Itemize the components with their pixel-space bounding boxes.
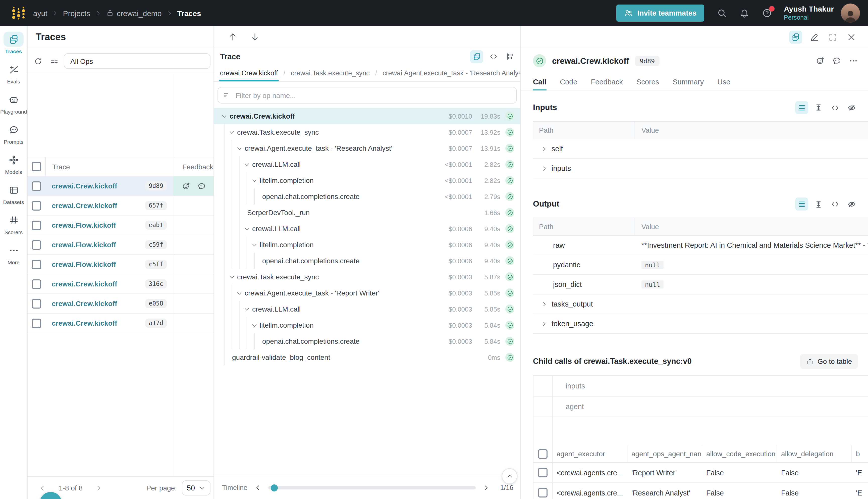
tab-code[interactable]: Code (560, 73, 577, 90)
timeline-next-icon[interactable] (482, 484, 490, 491)
sidebar-item-playground[interactable]: Playground (0, 92, 27, 114)
code-view-button[interactable] (828, 101, 841, 114)
tab-call[interactable]: Call (533, 73, 546, 90)
column-header-b[interactable]: b (852, 445, 868, 462)
table-row[interactable]: crewai.Crew.kickoff316c (28, 275, 213, 294)
fullscreen-button[interactable] (826, 31, 839, 44)
table-row[interactable]: crewai.Flow.kickoffc5ff (28, 255, 213, 275)
column-header-agent_ops_agent_nan[interactable]: agent_ops_agent_nan (628, 445, 702, 462)
flame-view-button[interactable] (503, 50, 516, 63)
op-filter-select[interactable]: All Ops (64, 53, 210, 69)
call-tree-row[interactable]: openai.chat.completions.create$0.00035.8… (214, 333, 520, 349)
call-tree-row[interactable]: crewai.LLM.call$0.00069.40s (214, 221, 520, 237)
kv-path[interactable]: tasks_output (533, 300, 634, 308)
add-reaction-icon[interactable] (816, 56, 825, 65)
expand-rows-button[interactable] (812, 101, 825, 114)
call-tree-row[interactable]: litellm.completion$0.00035.84s (214, 317, 520, 333)
trace-name-link[interactable]: crewai.Crew.kickoff (52, 319, 117, 327)
call-tree-row[interactable]: crewai.LLM.call$0.00035.85s (214, 301, 520, 317)
tab-use[interactable]: Use (717, 73, 730, 90)
call-tree-row[interactable]: openai.chat.completions.create<$0.00012.… (214, 188, 520, 205)
trace-name-link[interactable]: crewai.Crew.kickoff (52, 300, 117, 307)
call-id-badge[interactable]: 9d89 (635, 56, 659, 66)
row-checkbox[interactable] (538, 488, 547, 498)
bell-icon[interactable] (739, 8, 749, 18)
trace-crumb-tab[interactable]: crewai.Crew.kickoff (219, 65, 279, 82)
call-tree-row[interactable]: openai.chat.completions.create$0.00069.4… (214, 253, 520, 269)
kv-path[interactable]: self (533, 145, 634, 153)
trace-crumb-tab[interactable]: crewai.Agent.execute_task - 'Research An… (382, 65, 520, 82)
trace-name-link[interactable]: crewai.Flow.kickoff (52, 260, 116, 268)
wandb-logo-icon[interactable] (11, 5, 26, 21)
help-button[interactable] (762, 8, 772, 18)
sidebar-item-prompts[interactable]: Prompts (0, 122, 27, 145)
prev-trace-button[interactable] (226, 31, 239, 44)
sidebar-item-datasets[interactable]: Datasets (0, 182, 27, 205)
list-view-button[interactable] (795, 101, 808, 114)
row-checkbox[interactable] (32, 279, 41, 289)
breadcrumb-item-Traces[interactable]: Traces (177, 9, 201, 17)
tab-feedback[interactable]: Feedback (591, 73, 623, 90)
sidebar-item-more[interactable]: More (0, 243, 27, 265)
code-view-button[interactable] (828, 197, 841, 210)
kv-path[interactable]: token_usage (533, 320, 634, 328)
call-tree-row[interactable]: crewai.Task.execute_sync$0.000713.92s (214, 124, 520, 140)
add-reaction-icon[interactable] (182, 182, 190, 190)
op-name-filter-input[interactable] (235, 91, 511, 100)
collapse-timeline-button[interactable] (502, 468, 517, 484)
select-all-checkbox[interactable] (538, 449, 547, 459)
timeline-prev-icon[interactable] (254, 484, 261, 491)
child-call-row[interactable]: <crewai.agents.cre...'Report Writer'Fals… (533, 463, 868, 483)
column-header-allow_delegation[interactable]: allow_delegation (777, 445, 852, 462)
close-panel-button[interactable] (845, 31, 858, 44)
table-row[interactable]: crewai.Flow.kickoffeab1 (28, 216, 213, 235)
hide-button[interactable] (845, 101, 858, 114)
row-checkbox[interactable] (538, 468, 547, 477)
user-menu[interactable]: Ayush Thakur Personal (784, 4, 834, 22)
call-tree-row[interactable]: SerperDevTool._run1.66s (214, 205, 520, 221)
overflow-menu-icon[interactable] (849, 56, 858, 65)
table-row[interactable]: crewai.Crew.kickoffe058 (28, 294, 213, 314)
sidebar-item-scorers[interactable]: Scorers (0, 212, 27, 235)
call-tree-row[interactable]: litellm.completion$0.00069.40s (214, 237, 520, 253)
row-checkbox[interactable] (32, 240, 41, 250)
trace-name-link[interactable]: crewai.Crew.kickoff (52, 280, 117, 288)
sidebar-item-evals[interactable]: Evals (0, 62, 27, 84)
select-all-checkbox[interactable] (32, 162, 41, 171)
timeline-slider-handle[interactable] (271, 484, 277, 491)
tab-summary[interactable]: Summary (673, 73, 704, 90)
hide-button[interactable] (845, 197, 858, 210)
next-trace-button[interactable] (248, 31, 261, 44)
call-tree-row[interactable]: litellm.completion<$0.00012.82s (214, 172, 520, 188)
next-page-icon[interactable] (95, 484, 103, 492)
refresh-button[interactable] (32, 54, 45, 68)
show-tree-button[interactable] (789, 31, 802, 44)
trace-name-link[interactable]: crewai.Crew.kickoff (52, 202, 117, 209)
call-tree-row[interactable]: crewai.Crew.kickoff$0.001019.83s (214, 108, 520, 124)
breadcrumb-item-ayut[interactable]: ayut (33, 9, 48, 17)
expand-rows-button[interactable] (812, 197, 825, 210)
kv-path[interactable]: inputs (533, 164, 634, 172)
row-checkbox[interactable] (32, 220, 41, 230)
row-checkbox[interactable] (32, 181, 41, 191)
trace-name-link[interactable]: crewai.Flow.kickoff (52, 241, 116, 249)
tab-scores[interactable]: Scores (636, 73, 659, 90)
table-row[interactable]: crewai.Crew.kickoffa17d (28, 314, 213, 333)
comment-icon[interactable] (832, 56, 841, 65)
search-icon[interactable] (717, 8, 727, 18)
row-checkbox[interactable] (32, 299, 41, 308)
list-view-button[interactable] (795, 197, 808, 210)
call-tree-row[interactable]: guardrail-validate_blog_content0ms (214, 349, 520, 365)
call-tree-row[interactable]: crewai.Agent.execute_task - 'Research An… (214, 140, 520, 156)
column-header-allow_code_execution[interactable]: allow_code_execution (702, 445, 777, 462)
trace-crumb-tab[interactable]: crewai.Task.execute_sync (290, 65, 371, 82)
breadcrumb-item-Projects[interactable]: Projects (63, 9, 90, 17)
table-row[interactable]: crewai.Flow.kickoffc59f (28, 235, 213, 255)
sidebar-item-models[interactable]: Models (0, 152, 27, 175)
sidebar-item-traces[interactable]: Traces (0, 32, 27, 54)
edit-button[interactable] (808, 31, 821, 44)
timeline-slider[interactable] (268, 486, 476, 489)
column-header-agent_executor[interactable]: agent_executor (553, 445, 628, 462)
call-tree-row[interactable]: crewai.Agent.execute_task - 'Report Writ… (214, 285, 520, 301)
invite-teammates-button[interactable]: Invite teammates (616, 4, 704, 22)
